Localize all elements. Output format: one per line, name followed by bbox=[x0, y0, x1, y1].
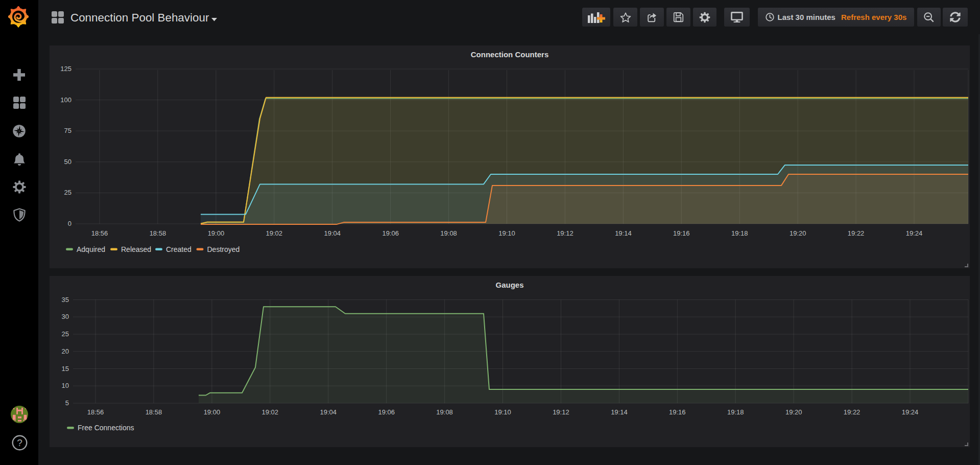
svg-text:19:18: 19:18 bbox=[727, 408, 744, 416]
svg-text:19:02: 19:02 bbox=[262, 408, 279, 416]
svg-text:0: 0 bbox=[68, 220, 71, 227]
svg-text:19:00: 19:00 bbox=[204, 408, 221, 416]
svg-text:19:24: 19:24 bbox=[902, 408, 919, 416]
svg-text:19:12: 19:12 bbox=[557, 229, 573, 237]
svg-text:19:10: 19:10 bbox=[494, 408, 511, 416]
svg-text:19:16: 19:16 bbox=[673, 229, 690, 237]
svg-text:25: 25 bbox=[62, 330, 69, 338]
svg-text:?: ? bbox=[17, 437, 22, 448]
svg-text:10: 10 bbox=[62, 382, 69, 389]
svg-text:19:24: 19:24 bbox=[906, 229, 923, 237]
svg-text:19:22: 19:22 bbox=[848, 229, 865, 237]
svg-text:19:18: 19:18 bbox=[731, 229, 748, 237]
svg-text:Adquired: Adquired bbox=[77, 245, 105, 253]
svg-text:5: 5 bbox=[65, 399, 69, 407]
svg-text:Released: Released bbox=[121, 245, 151, 253]
svg-text:18:58: 18:58 bbox=[146, 408, 162, 416]
svg-text:125: 125 bbox=[60, 65, 71, 73]
svg-text:19:08: 19:08 bbox=[436, 408, 453, 416]
svg-text:Created: Created bbox=[166, 245, 192, 253]
svg-text:19:06: 19:06 bbox=[378, 408, 395, 416]
svg-text:19:04: 19:04 bbox=[320, 408, 337, 416]
svg-text:Free Connections: Free Connections bbox=[78, 424, 134, 432]
svg-text:30: 30 bbox=[62, 313, 69, 320]
svg-text:19:14: 19:14 bbox=[615, 229, 632, 237]
svg-text:Destroyed: Destroyed bbox=[207, 245, 240, 253]
svg-text:20: 20 bbox=[62, 347, 69, 355]
svg-text:19:06: 19:06 bbox=[382, 229, 399, 237]
svg-text:18:58: 18:58 bbox=[150, 229, 166, 237]
svg-text:19:20: 19:20 bbox=[785, 408, 802, 416]
svg-text:19:14: 19:14 bbox=[611, 408, 628, 416]
svg-text:75: 75 bbox=[64, 127, 71, 134]
svg-text:19:16: 19:16 bbox=[669, 408, 686, 416]
svg-text:19:04: 19:04 bbox=[324, 229, 341, 237]
svg-text:19:00: 19:00 bbox=[208, 229, 225, 237]
svg-text:19:10: 19:10 bbox=[498, 229, 515, 237]
svg-text:25: 25 bbox=[64, 189, 71, 196]
svg-text:18:56: 18:56 bbox=[91, 229, 108, 237]
svg-text:18:56: 18:56 bbox=[87, 408, 104, 416]
svg-text:35: 35 bbox=[62, 296, 69, 304]
svg-text:19:20: 19:20 bbox=[790, 229, 806, 237]
svg-text:50: 50 bbox=[64, 158, 71, 166]
svg-text:19:08: 19:08 bbox=[440, 229, 457, 237]
svg-text:19:12: 19:12 bbox=[553, 408, 569, 416]
svg-text:100: 100 bbox=[60, 96, 71, 104]
svg-text:19:22: 19:22 bbox=[844, 408, 861, 416]
svg-text:19:02: 19:02 bbox=[266, 229, 283, 237]
svg-text:15: 15 bbox=[62, 365, 69, 373]
